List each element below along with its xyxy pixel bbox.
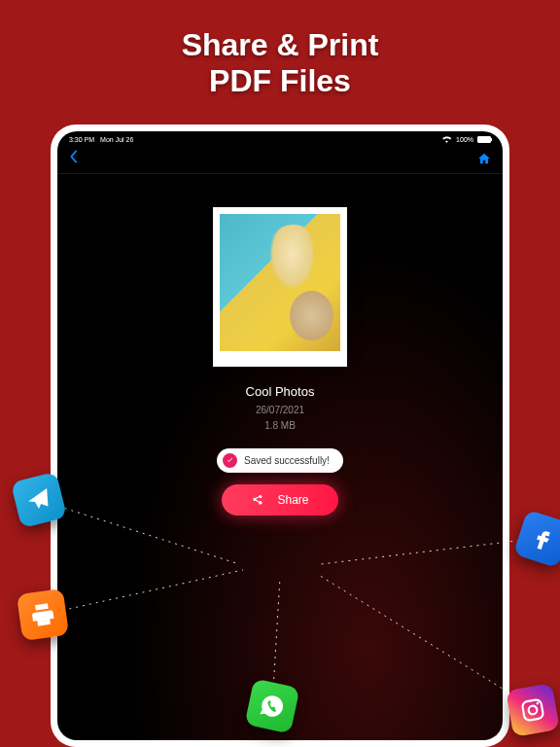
save-toast: Saved successfully!: [217, 448, 343, 473]
svg-rect-5: [522, 699, 544, 722]
whatsapp-icon[interactable]: [245, 679, 300, 734]
facebook-icon[interactable]: [513, 510, 560, 568]
status-date: Mon Jul 26: [100, 136, 133, 143]
check-icon: [223, 453, 237, 468]
back-button[interactable]: [69, 150, 79, 167]
share-button[interactable]: Share: [222, 484, 337, 516]
share-label: Share: [277, 493, 308, 507]
battery-icon: [477, 136, 491, 143]
share-icon: [251, 494, 263, 507]
instagram-icon[interactable]: [506, 683, 560, 737]
svg-point-7: [536, 702, 539, 705]
nav-bar: [57, 144, 503, 174]
printer-icon[interactable]: [17, 588, 69, 641]
svg-point-6: [528, 705, 538, 715]
file-size: 1.8 MB: [264, 420, 296, 431]
hero-title: Share & Print PDF Files: [0, 0, 560, 117]
photo-preview: [213, 207, 347, 367]
toast-text: Saved successfully!: [244, 455, 330, 466]
battery-text: 100%: [456, 136, 473, 143]
status-bar: 3:30 PM Mon Jul 26 100%: [57, 131, 503, 144]
file-title: Cool Photos: [246, 384, 315, 399]
device-screen: 3:30 PM Mon Jul 26 100% Cool P: [57, 131, 503, 740]
hero-line2: PDF Files: [0, 63, 560, 99]
photo-image: [220, 214, 340, 351]
device-frame: 3:30 PM Mon Jul 26 100% Cool P: [51, 124, 509, 747]
hero-line1: Share & Print: [0, 27, 560, 63]
file-date: 26/07/2021: [256, 405, 304, 415]
wifi-icon: [441, 135, 452, 144]
status-time: 3:30 PM: [69, 136, 94, 143]
content-area: Cool Photos 26/07/2021 1.8 MB Saved succ…: [57, 174, 503, 516]
home-button[interactable]: [477, 152, 491, 165]
